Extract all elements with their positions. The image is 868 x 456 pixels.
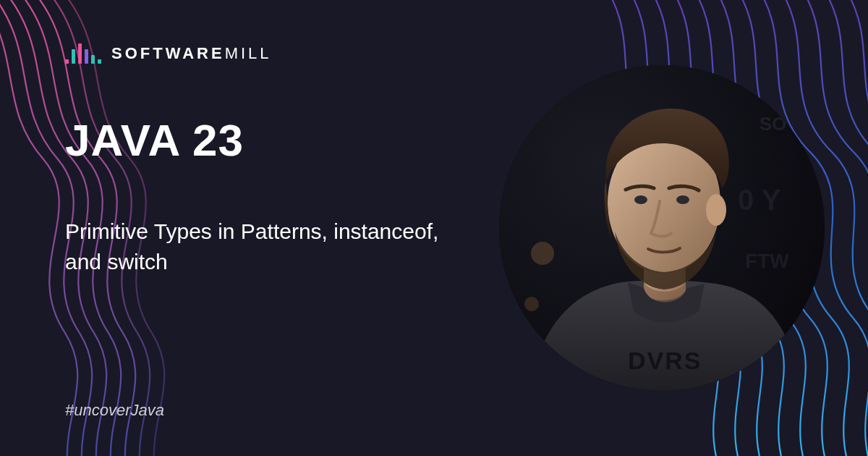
logo-text: SOFTWAREMILL bbox=[111, 44, 272, 63]
logo-bar bbox=[85, 49, 88, 64]
hashtag: #uncoverJava bbox=[65, 401, 803, 420]
logo-bar bbox=[78, 43, 82, 64]
author-avatar: SO 0 Y FTW DVRS bbox=[499, 65, 825, 391]
logo-bar bbox=[98, 59, 101, 64]
logo-bar bbox=[65, 59, 69, 64]
logo: SOFTWAREMILL bbox=[65, 43, 803, 64]
logo-mark bbox=[65, 43, 101, 64]
logo-text-part1: SOFTWARE bbox=[111, 44, 225, 62]
logo-text-part2: MILL bbox=[225, 44, 272, 62]
logo-bar bbox=[91, 55, 95, 64]
subtitle: Primitive Types in Patterns, instanceof,… bbox=[65, 216, 441, 277]
logo-bar bbox=[72, 49, 75, 64]
